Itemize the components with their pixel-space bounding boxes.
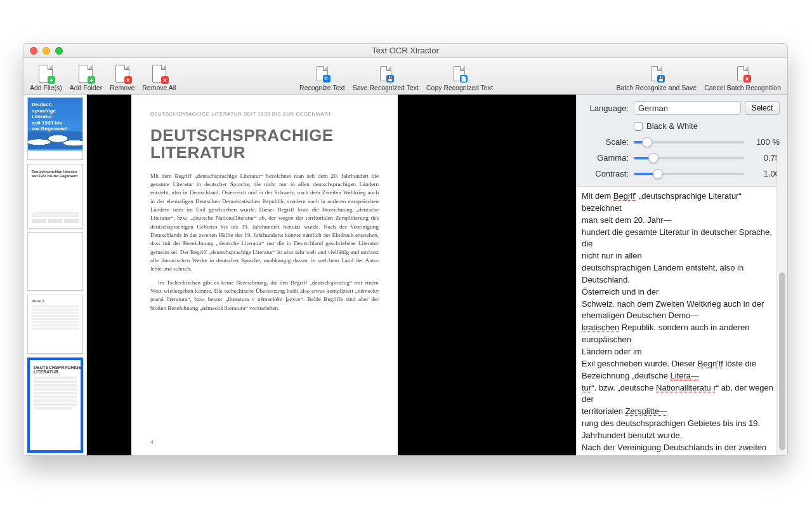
- batch-save-icon: 💾: [651, 66, 662, 81]
- contrast-slider[interactable]: [634, 173, 744, 175]
- thumbnail-page-3[interactable]: [27, 232, 83, 291]
- document-plus-icon: +: [39, 65, 53, 83]
- ocr-line: territorialen Zersplitte—: [582, 406, 782, 418]
- recognition-settings: Language: German Select Black & White Sc…: [577, 95, 787, 187]
- thumbnail-page-toc[interactable]: INHALT: [27, 295, 83, 354]
- gamma-label: Gamma:: [584, 153, 629, 163]
- ocr-line: ehemaligen Deutschen Demo—: [582, 310, 782, 322]
- copy-text-icon: 📄: [454, 66, 465, 81]
- language-combobox[interactable]: German: [634, 101, 741, 115]
- ocr-line: Exil geschrieben wurde. Dieser Begn'tf l…: [582, 358, 782, 370]
- gamma-slider[interactable]: [634, 157, 744, 159]
- ocr-line: deutschsprachigen Ländern entsteht, also…: [582, 262, 782, 286]
- ocr-line: tur“. bzw. „deutsche Nationalliteratu r“…: [582, 382, 782, 406]
- right-panel: Language: German Select Black & White Sc…: [576, 95, 787, 455]
- copy-recognized-text-button[interactable]: 📄 Copy Recognized Text: [422, 57, 497, 91]
- save-text-icon: 💾: [380, 66, 391, 81]
- scale-slider[interactable]: [634, 141, 744, 144]
- language-label: Language:: [584, 104, 629, 113]
- page-number: 4: [150, 439, 379, 445]
- ocr-line: nicht nur in allen: [582, 250, 782, 262]
- running-head: DEUTSCHSPRACHIGE LITERATUR SEIT 1933 BIS…: [150, 111, 379, 117]
- contrast-value: 1.00: [750, 169, 780, 178]
- thumbnail-page-1[interactable]: Deutsch- sprachige Literatur seit 1933 b…: [27, 97, 83, 160]
- titlebar: Text OCR Xtractor: [23, 44, 787, 58]
- ocr-line: Bezeichnung „deutsche Litera—: [582, 370, 782, 382]
- contrast-label: Contrast:: [584, 169, 629, 178]
- add-folder-button[interactable]: + Add Folder: [66, 57, 106, 91]
- add-files-button[interactable]: + Add File(s): [26, 57, 66, 91]
- window-vertical-scrollbar[interactable]: [776, 145, 787, 455]
- ocr-line: hundert die gesamte Literatur in deutsch…: [582, 227, 782, 251]
- ocr-line: kratischen Republik. sondern auch in and…: [582, 322, 782, 346]
- app-window: Text OCR Xtractor + Add File(s) + Add Fo…: [23, 43, 788, 456]
- thumbnail-page-2[interactable]: Deutschsprachige Literatur seit 1933 bis…: [27, 164, 83, 229]
- toolbar: + Add File(s) + Add Folder × Remove × Re…: [23, 58, 787, 95]
- cancel-batch-icon: ×: [737, 66, 749, 81]
- thumbnail-sidebar[interactable]: Deutsch- sprachige Literatur seit 1933 b…: [23, 95, 87, 455]
- black-white-checkbox[interactable]: [634, 122, 643, 131]
- save-recognized-text-button[interactable]: 💾 Save Recognized Text: [349, 57, 422, 91]
- page-viewer[interactable]: DEUTSCHSPRACHIGE LITERATUR SEIT 1933 BIS…: [87, 95, 576, 455]
- recognize-text-button[interactable]: 🔍 Recognize Text: [296, 57, 349, 91]
- recognized-text-output[interactable]: Mit dem Begrif' „deutschsprachige Litera…: [577, 187, 787, 455]
- ocr-line: man seit dem 20. Jahr—: [582, 215, 782, 227]
- viewer-page-4: DEUTSCHSPRACHIGE LITERATUR SEIT 1933 BIS…: [131, 95, 398, 455]
- ocr-line: Österreich und in der: [582, 286, 782, 298]
- gamma-value: 0.75: [750, 153, 780, 163]
- window-title: Text OCR Xtractor: [23, 46, 787, 55]
- magnifier-doc-icon: 🔍: [317, 66, 328, 81]
- ocr-line: Nach der Vereinigung Deutschlands in der…: [582, 442, 782, 455]
- remove-all-button[interactable]: × Remove All: [138, 57, 180, 91]
- remove-button[interactable]: × Remove: [106, 57, 138, 91]
- thumbnail-page-4-selected[interactable]: DEUTSCHSPRACHIGE LITERATUR: [27, 358, 83, 453]
- scale-label: Scale:: [584, 137, 629, 147]
- content-area: Deutsch- sprachige Literatur seit 1933 b…: [23, 95, 787, 455]
- language-select-button[interactable]: Select: [745, 101, 780, 115]
- documents-remove-icon: ×: [152, 65, 166, 83]
- folder-plus-icon: +: [79, 65, 93, 83]
- page-heading: DEUTSCHSPRACHIGE LITERATUR: [150, 127, 379, 162]
- batch-recognize-save-button[interactable]: 💾 Batch Recognize and Save: [613, 57, 701, 91]
- document-remove-icon: ×: [115, 65, 129, 83]
- page-body-text: Mit dem Begriff „deutschsprachige Litera…: [150, 172, 379, 318]
- scale-value: 100 %: [750, 137, 780, 147]
- ocr-line: Schweiz. nach dem Zweiten Weltkrieg auch…: [582, 298, 782, 311]
- ocr-line: Jahrhundert benutzt wurde.: [582, 430, 782, 442]
- ocr-line: rung des deutschsprachigen Gebietes bis …: [582, 418, 782, 430]
- ocr-line: Mit dem Begrif' „deutschsprachige Litera…: [582, 190, 782, 215]
- black-white-label: Black & White: [646, 121, 698, 131]
- ocr-line: Ländern oder im: [582, 346, 782, 358]
- cancel-batch-button[interactable]: × Cancel Batch Recognition: [700, 57, 785, 91]
- scrollbar-thumb[interactable]: [779, 272, 785, 450]
